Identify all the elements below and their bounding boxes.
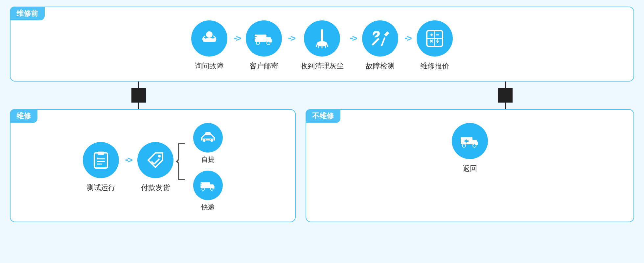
svg-point-45 xyxy=(462,144,466,147)
arrow-3: ··> xyxy=(350,33,356,44)
pay-icon-circle xyxy=(137,142,173,178)
right-connector-line-bottom xyxy=(505,103,506,109)
checklist-icon xyxy=(90,150,111,171)
arrow-repair-1: ··> xyxy=(125,155,131,165)
payment-icon xyxy=(145,150,166,171)
clean-icon-circle xyxy=(304,20,340,57)
step-test-label: 测试运行 xyxy=(86,183,115,193)
bracket-symbol xyxy=(175,140,188,183)
step-pickup-label: 自提 xyxy=(201,155,215,164)
svg-point-40 xyxy=(202,188,204,190)
arrow-4: ··> xyxy=(404,33,411,44)
step-mail: 客户邮寄 xyxy=(246,20,282,71)
arrow-2: ··> xyxy=(288,33,294,44)
svg-point-4 xyxy=(256,41,260,45)
step-inquiry: 询问故障 xyxy=(191,20,227,71)
sub-options: 自提 快递 xyxy=(193,123,223,212)
section-label-repair: 维修 xyxy=(10,109,37,123)
step-pay: 付款发货 xyxy=(137,142,173,193)
svg-point-0 xyxy=(206,31,213,38)
svg-point-22 xyxy=(437,39,438,40)
svg-line-14 xyxy=(327,44,328,47)
delivery-truck-icon xyxy=(199,177,217,194)
mail-icon-circle xyxy=(246,20,282,57)
step-quote: 维修报价 xyxy=(417,20,453,71)
pickup-icon-circle xyxy=(193,123,223,153)
broom-icon xyxy=(311,28,333,49)
step-test: 测试运行 xyxy=(83,142,119,193)
step-mail-label: 客户邮寄 xyxy=(249,61,278,71)
step-detect: 故障检测 xyxy=(362,20,398,71)
step-pickup: 自提 xyxy=(193,123,223,164)
flow-row-repair: 测试运行 ··> 付款发货 xyxy=(24,116,282,212)
right-connector-block xyxy=(498,88,513,103)
inquiry-icon-circle xyxy=(191,20,227,57)
svg-rect-39 xyxy=(200,182,210,188)
connector-area xyxy=(10,82,634,109)
right-connector-line-top xyxy=(505,82,506,88)
svg-point-36 xyxy=(203,139,206,142)
return-truck-icon xyxy=(459,131,480,152)
svg-point-23 xyxy=(437,42,438,43)
svg-rect-27 xyxy=(98,152,104,155)
svg-point-33 xyxy=(158,155,161,157)
step-return-label: 返回 xyxy=(463,164,477,174)
step-detect-label: 故障检测 xyxy=(366,61,395,71)
step-clean: 收到清理灰尘 xyxy=(300,20,344,71)
step-pay-label: 付款发货 xyxy=(141,183,170,193)
left-connector xyxy=(131,82,146,109)
right-connector xyxy=(498,82,513,109)
svg-line-11 xyxy=(318,45,319,48)
step-quote-label: 维修报价 xyxy=(420,61,449,71)
svg-point-5 xyxy=(267,41,270,45)
arrow-1: ··> xyxy=(233,33,240,44)
svg-point-37 xyxy=(210,139,213,142)
svg-point-9 xyxy=(317,41,327,46)
svg-rect-26 xyxy=(94,153,107,168)
detect-icon-circle xyxy=(362,20,398,57)
step-express-label: 快递 xyxy=(201,203,215,212)
svg-line-13 xyxy=(325,45,326,48)
truck-icon xyxy=(253,28,274,49)
svg-point-41 xyxy=(210,188,213,190)
car-pickup-icon xyxy=(199,129,217,146)
svg-point-46 xyxy=(473,144,476,147)
tools-icon xyxy=(370,28,391,49)
svg-rect-3 xyxy=(255,35,266,42)
bottom-sections: 维修 xyxy=(10,109,634,222)
return-icon-circle xyxy=(452,123,488,159)
step-express: 快递 xyxy=(193,171,223,212)
flow-row-norepair: 返回 xyxy=(319,116,620,174)
left-connector-line-bottom xyxy=(138,103,139,109)
section-no-repair: 不维修 返回 xyxy=(306,109,634,222)
flow-row-top: 询问故障 ··> 客户邮寄 ··> xyxy=(24,14,620,71)
test-icon-circle xyxy=(83,142,119,178)
section-label-before-repair: 维修前 xyxy=(10,7,45,20)
step-clean-label: 收到清理灰尘 xyxy=(300,61,344,71)
svg-line-10 xyxy=(316,44,317,47)
step-return: 返回 xyxy=(452,123,488,174)
calculator-icon xyxy=(424,28,445,49)
section-label-no-repair: 不维修 xyxy=(306,109,340,123)
step-inquiry-label: 询问故障 xyxy=(195,61,224,71)
left-connector-block xyxy=(131,88,146,103)
section-before-repair: 维修前 询问故障 ··> xyxy=(10,7,634,82)
svg-rect-8 xyxy=(321,29,323,41)
left-connector-line-top xyxy=(138,82,139,88)
quote-icon-circle xyxy=(417,20,453,57)
branch-bracket-icon xyxy=(175,140,188,183)
express-icon-circle xyxy=(193,171,223,200)
section-repair: 维修 xyxy=(10,109,296,222)
customer-service-icon xyxy=(199,28,220,49)
